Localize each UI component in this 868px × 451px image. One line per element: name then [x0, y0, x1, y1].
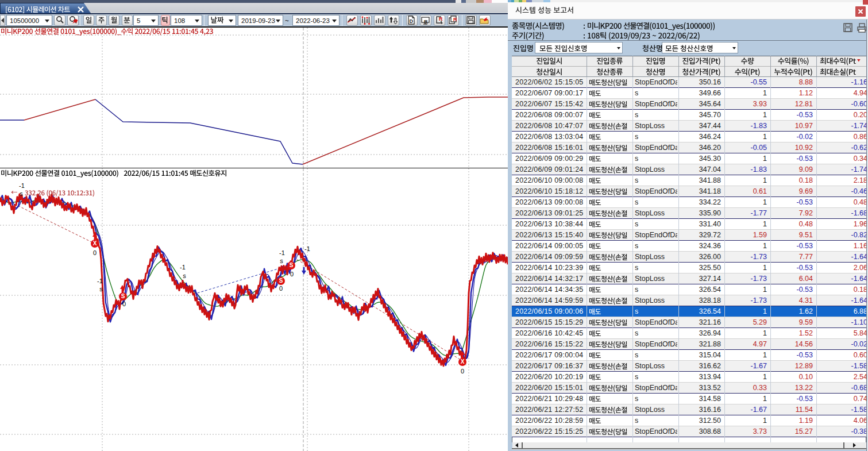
- svg-text:S: S: [290, 262, 294, 268]
- svg-text:S: S: [121, 293, 125, 299]
- svg-text:-1: -1: [279, 249, 285, 256]
- svg-text:X: X: [461, 359, 465, 365]
- svg-text:X: X: [93, 240, 97, 246]
- svg-text:-1: -1: [97, 277, 103, 284]
- svg-text:S: S: [279, 277, 283, 284]
- svg-text:0: 0: [461, 368, 464, 375]
- svg-text:-1: -1: [180, 264, 186, 271]
- svg-text:0: 0: [290, 271, 294, 277]
- svg-text:-1: -1: [304, 245, 310, 252]
- svg-text:s: s: [183, 272, 186, 279]
- svg-text:s: s: [20, 190, 23, 197]
- svg-text:-1: -1: [19, 182, 25, 189]
- svg-text:s: s: [280, 257, 283, 264]
- svg-text:0: 0: [122, 300, 126, 307]
- svg-text:0: 0: [279, 285, 283, 292]
- svg-text:s: s: [99, 286, 103, 292]
- svg-text:0: 0: [93, 249, 97, 256]
